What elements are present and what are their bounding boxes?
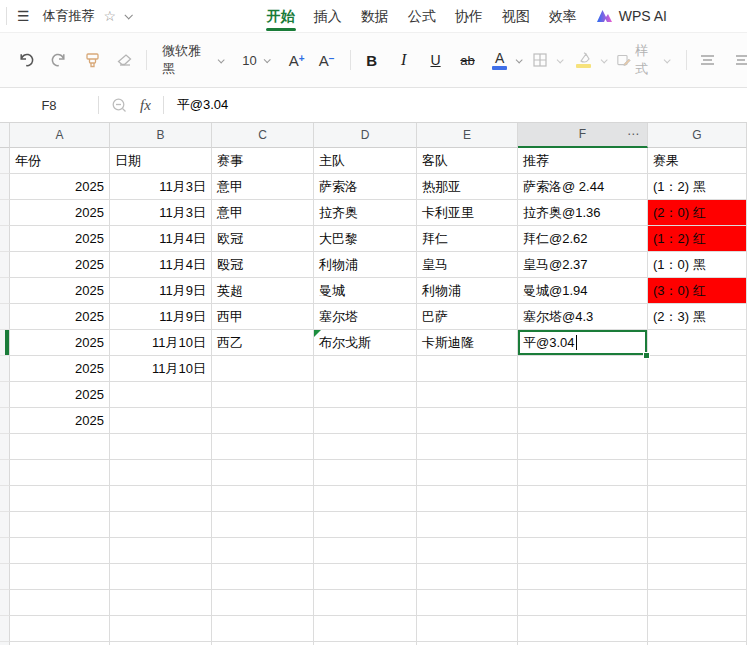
cell-f12[interactable] [518,434,648,460]
column-header-g[interactable]: G [648,123,747,148]
column-header-b[interactable]: B [110,123,212,148]
row-header[interactable] [0,408,10,434]
cell-b13[interactable] [110,460,212,486]
cell-g10[interactable] [648,382,747,408]
cell-g5[interactable]: (1：0) 黑 [648,252,747,278]
cell-d4[interactable]: 大巴黎 [314,226,417,252]
column-header-c[interactable]: C [212,123,314,148]
decrease-font-size-button[interactable]: A− [315,47,339,73]
cell-b11[interactable] [110,408,212,434]
cell-c7[interactable]: 西甲 [212,304,314,330]
format-painter-icon[interactable] [80,47,104,73]
cell-g12[interactable] [648,434,747,460]
row-header[interactable] [0,226,10,252]
cell-e10[interactable] [417,382,518,408]
cell-f9[interactable] [518,356,648,382]
cell-f1[interactable]: 推荐 [518,148,648,174]
cell-e13[interactable] [417,460,518,486]
cell-b9[interactable]: 11月10日 [110,356,212,382]
cell-e3[interactable]: 卡利亚里 [417,200,518,226]
cell-g7[interactable]: (2：3) 黑 [648,304,747,330]
cell-g4[interactable]: (1：2) 红 [648,226,747,252]
eraser-icon[interactable] [113,47,137,73]
cell-f16[interactable] [518,538,648,564]
cell-g8[interactable] [648,330,747,356]
cell-e11[interactable] [417,408,518,434]
italic-button[interactable]: I [392,47,416,73]
chevron-down-icon[interactable] [601,56,608,63]
main-menu-icon[interactable]: ☰ [17,8,30,24]
underline-button[interactable]: U [424,47,448,73]
cell-d8[interactable]: 布尔戈斯 [314,330,417,356]
cell-a12[interactable] [10,434,110,460]
row-header[interactable] [0,460,10,486]
menu-tab[interactable]: 插入 [314,0,342,32]
fill-handle[interactable] [643,352,650,359]
cell-f14[interactable] [518,486,648,512]
row-header[interactable] [0,382,10,408]
cell-g17[interactable] [648,564,747,590]
column-header-e[interactable]: E [417,123,518,148]
cell-b7[interactable]: 11月9日 [110,304,212,330]
cell-b18[interactable] [110,590,212,616]
row-header[interactable] [0,148,10,174]
wps-ai-button[interactable]: WPS AI [596,8,667,24]
row-header[interactable] [0,174,10,200]
cell-d12[interactable] [314,434,417,460]
cell-c1[interactable]: 赛事 [212,148,314,174]
font-size-select[interactable]: 10 [242,53,268,68]
column-header-a[interactable]: A [10,123,110,148]
menu-tab[interactable]: 视图 [502,0,530,32]
cell-b16[interactable] [110,538,212,564]
align-middle-icon[interactable] [736,47,747,73]
cell-b4[interactable]: 11月4日 [110,226,212,252]
chevron-down-icon[interactable] [664,56,671,63]
cell-a16[interactable] [10,538,110,564]
cell-g9[interactable] [648,356,747,382]
cell-b12[interactable] [110,434,212,460]
cell-a9[interactable]: 2025 [10,356,110,382]
row-header[interactable] [0,252,10,278]
cell-a1[interactable]: 年份 [10,148,110,174]
cell-a8[interactable]: 2025 [10,330,110,356]
column-header-d[interactable]: D [314,123,417,148]
cell-g19[interactable] [648,616,747,642]
cell-e2[interactable]: 热那亚 [417,174,518,200]
cell-f8[interactable]: 平@3.04 [518,330,648,356]
cell-d15[interactable] [314,512,417,538]
cell-e19[interactable] [417,616,518,642]
cell-c16[interactable] [212,538,314,564]
cell-b19[interactable] [110,616,212,642]
cell-e5[interactable]: 皇马 [417,252,518,278]
column-header-f[interactable]: F⋯ [518,123,648,148]
cell-d5[interactable]: 利物浦 [314,252,417,278]
cell-b2[interactable]: 11月3日 [110,174,212,200]
cell-a11[interactable]: 2025 [10,408,110,434]
cell-f13[interactable] [518,460,648,486]
chevron-down-icon[interactable] [125,11,133,19]
cell-g18[interactable] [648,590,747,616]
cell-g16[interactable] [648,538,747,564]
cell-c5[interactable]: 殴冠 [212,252,314,278]
row-header[interactable] [0,278,10,304]
fill-color-icon[interactable] [572,47,596,73]
cell-c6[interactable]: 英超 [212,278,314,304]
chevron-down-icon[interactable] [557,56,564,63]
row-header[interactable] [0,616,10,642]
cell-d9[interactable] [314,356,417,382]
cell-c3[interactable]: 意甲 [212,200,314,226]
menu-tab[interactable]: 公式 [408,0,436,32]
cell-a18[interactable] [10,590,110,616]
chevron-down-icon[interactable] [515,56,522,63]
cell-g3[interactable]: (2：0) 红 [648,200,747,226]
cell-f5[interactable]: 皇马@2.37 [518,252,648,278]
cell-c13[interactable] [212,460,314,486]
cell-name-box[interactable]: F8 [0,98,98,113]
cell-style-icon[interactable]: 样式 [616,47,660,73]
cell-f17[interactable] [518,564,648,590]
cell-c12[interactable] [212,434,314,460]
cell-c2[interactable]: 意甲 [212,174,314,200]
cell-f10[interactable] [518,382,648,408]
cell-a19[interactable] [10,616,110,642]
align-top-icon[interactable] [696,47,720,73]
